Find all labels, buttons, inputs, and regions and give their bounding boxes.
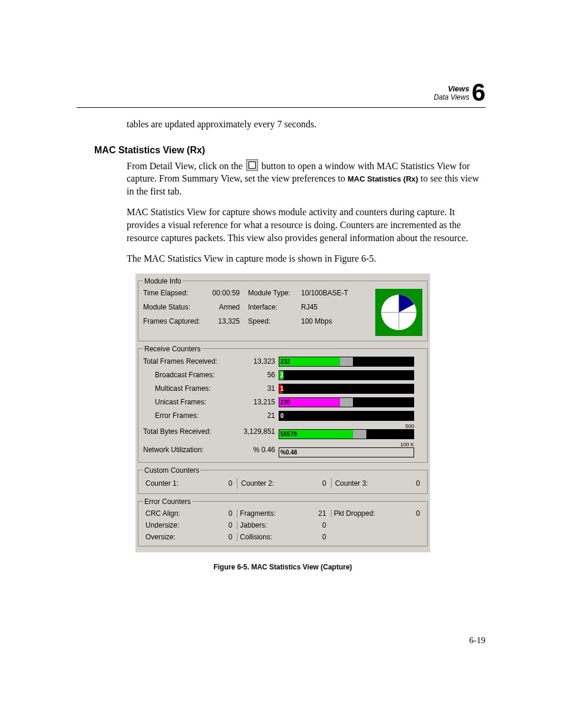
collisions-value: 0 bbox=[322, 533, 326, 541]
undersize-label: Undersize: bbox=[146, 521, 179, 529]
pie-chart-icon bbox=[375, 289, 422, 336]
unicast-value: 13,215 bbox=[237, 398, 279, 406]
netutil-bar: %0.48 bbox=[279, 447, 414, 457]
paragraph-3: The MAC Statistics View in capture mode … bbox=[127, 252, 485, 265]
receive-counters-legend: Receive Counters bbox=[143, 345, 201, 353]
fragments-label: Fragments: bbox=[240, 509, 276, 518]
netutil-value: % 0.46 bbox=[237, 446, 279, 454]
total-bytes-max: 500 bbox=[279, 423, 414, 429]
speed-label: Speed: bbox=[248, 317, 301, 325]
error-frames-value: 21 bbox=[237, 411, 279, 420]
error-counters-group: Error Counters CRC Align: 0 Fragments: 2… bbox=[138, 498, 428, 546]
frames-captured-value: 13,325 bbox=[208, 317, 243, 325]
multicast-label: Multicast Frames: bbox=[143, 384, 237, 393]
p1-a: From Detail View, click on the bbox=[127, 161, 245, 171]
receive-counters-group: Receive Counters Total Frames Received: … bbox=[138, 345, 428, 463]
page-header: Views Data Views 6 bbox=[434, 83, 485, 103]
collisions-label: Collisions: bbox=[240, 533, 272, 541]
interface-value: RJ45 bbox=[301, 303, 360, 311]
module-status-label: Module Status: bbox=[143, 303, 208, 311]
error-frames-bar: 0 bbox=[279, 411, 414, 421]
broadcast-value: 56 bbox=[237, 371, 279, 379]
jabbers-value: 0 bbox=[322, 521, 326, 529]
error-frames-label: Error Frames: bbox=[143, 411, 237, 420]
total-bytes-value: 3,129,851 bbox=[237, 427, 279, 436]
total-frames-value: 13,323 bbox=[237, 357, 279, 365]
unicast-bar: 230 bbox=[279, 397, 414, 407]
total-bytes-bar: 55578 bbox=[279, 429, 414, 439]
jabbers-label: Jabbers: bbox=[240, 521, 267, 529]
interface-label: Interface: bbox=[248, 303, 301, 311]
fragments-value: 21 bbox=[318, 509, 326, 518]
total-bytes-label: Total Bytes Received: bbox=[143, 427, 237, 436]
counter1-label: Counter 1: bbox=[146, 479, 178, 487]
custom-counters-legend: Custom Counters bbox=[143, 466, 200, 475]
p1-bold: MAC Statistics (Rx) bbox=[348, 174, 418, 183]
custom-counters-group: Custom Counters Counter 1: 0 Counter 2: … bbox=[138, 466, 428, 494]
counter1-value: 0 bbox=[229, 479, 233, 487]
header-section: Views bbox=[434, 84, 469, 93]
pkt-dropped-label: Pkt Dropped: bbox=[334, 509, 375, 518]
multicast-bar: 1 bbox=[279, 384, 414, 394]
counter2-value: 0 bbox=[322, 479, 326, 487]
page-number: 6-19 bbox=[470, 635, 486, 645]
paragraph-1: From Detail View, click on the button to… bbox=[127, 159, 485, 198]
netutil-max: 100 K bbox=[279, 442, 414, 447]
counter3-label: Counter 3: bbox=[335, 479, 368, 487]
speed-value: 100 Mbps bbox=[301, 317, 360, 325]
time-elapsed-value: 00:00:59 bbox=[208, 289, 243, 297]
mac-stats-button-icon[interactable] bbox=[246, 159, 258, 171]
mac-statistics-figure: Module Info Time Elapsed: 00:00:59 Modul… bbox=[135, 274, 430, 552]
crc-label: CRC Align: bbox=[146, 509, 180, 518]
counter2-label: Counter 2: bbox=[241, 479, 274, 487]
section-heading: MAC Statistics View (Rx) bbox=[94, 145, 485, 156]
error-counters-legend: Error Counters bbox=[143, 498, 192, 506]
broadcast-bar: 2 bbox=[279, 370, 414, 380]
frames-captured-label: Frames Captured: bbox=[143, 317, 208, 325]
oversize-label: Oversize: bbox=[146, 533, 176, 541]
oversize-value: 0 bbox=[229, 533, 233, 541]
module-info-legend: Module Info bbox=[143, 277, 183, 285]
pkt-dropped-value: 0 bbox=[416, 509, 420, 518]
counter3-value: 0 bbox=[416, 479, 420, 487]
crc-value: 0 bbox=[229, 509, 233, 518]
module-info-group: Module Info Time Elapsed: 00:00:59 Modul… bbox=[138, 277, 428, 341]
intro-paragraph: tables are updated approximately every 7… bbox=[127, 118, 485, 131]
time-elapsed-label: Time Elapsed: bbox=[143, 289, 208, 297]
header-subsection: Data Views bbox=[434, 93, 469, 101]
broadcast-label: Broadcast Frames: bbox=[143, 371, 237, 379]
module-type-value: 10/100BASE-T bbox=[301, 289, 360, 297]
unicast-label: Unicast Frames: bbox=[143, 398, 237, 406]
paragraph-2: MAC Statistics View for capture shows mo… bbox=[127, 206, 485, 244]
multicast-value: 31 bbox=[237, 384, 279, 393]
module-type-label: Module Type: bbox=[248, 289, 301, 297]
total-frames-bar: 232 bbox=[279, 357, 414, 367]
header-rule bbox=[77, 107, 485, 108]
chapter-number: 6 bbox=[472, 83, 485, 103]
module-status-value: Armed bbox=[208, 303, 243, 311]
figure-caption: Figure 6-5. MAC Statistics View (Capture… bbox=[135, 563, 430, 571]
total-frames-label: Total Frames Received: bbox=[143, 357, 237, 365]
undersize-value: 0 bbox=[229, 521, 233, 529]
netutil-label: Network Utilization: bbox=[143, 446, 237, 454]
